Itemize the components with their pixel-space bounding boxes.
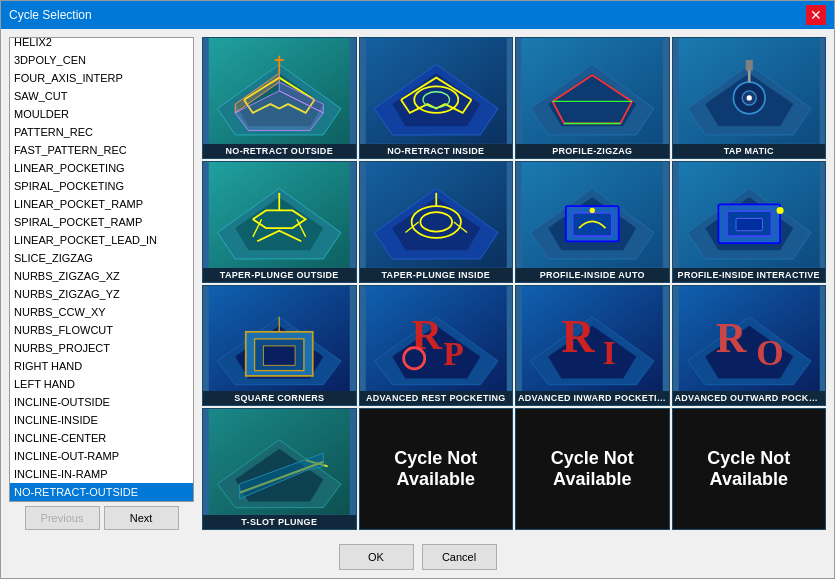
- cell-label: T-SLOT PLUNGE: [203, 515, 356, 529]
- grid-cell[interactable]: Cycle Not Available: [515, 408, 670, 530]
- grid-cell[interactable]: PROFILE-ZIGZAG: [515, 37, 670, 159]
- list-item[interactable]: HELIX2: [10, 37, 193, 51]
- cell-image: [516, 38, 669, 144]
- unavailable-text: Cycle Not Available: [360, 448, 513, 491]
- cell-label: PROFILE-INSIDE INTERACTIVE: [673, 268, 826, 282]
- cell-label: TAP MATIC: [673, 144, 826, 158]
- cell-image: [203, 286, 356, 392]
- close-button[interactable]: ✕: [806, 5, 826, 25]
- cell-label: ADVANCED OUTWARD POCKETING: [673, 391, 826, 405]
- cell-image: [360, 162, 513, 268]
- list-item[interactable]: NURBS_ZIGZAG_YZ: [10, 285, 193, 303]
- cycle-grid: NO-RETRACT OUTSIDE NO-RETRACT INSIDE PRO…: [202, 37, 826, 530]
- cell-label: PROFILE-INSIDE AUTO: [516, 268, 669, 282]
- previous-button[interactable]: Previous: [25, 506, 100, 530]
- cell-label: TAPER-PLUNGE OUTSIDE: [203, 268, 356, 282]
- grid-cell[interactable]: NO-RETRACT INSIDE: [359, 37, 514, 159]
- list-panel: HOLE_INT-2DRILL_MOTIONSFAST_DRILLDRILL_I…: [9, 37, 194, 530]
- list-item[interactable]: INCLINE-IN-RAMP: [10, 465, 193, 483]
- cell-image: [673, 162, 826, 268]
- grid-cell[interactable]: TAP MATIC: [672, 37, 827, 159]
- cancel-button[interactable]: Cancel: [422, 544, 497, 570]
- svg-point-53: [776, 207, 783, 214]
- cell-image: R P: [360, 286, 513, 392]
- dialog-title: Cycle Selection: [9, 8, 92, 22]
- list-item[interactable]: SPIRAL_POCKETING: [10, 177, 193, 195]
- list-item[interactable]: SLICE_ZIGZAG: [10, 249, 193, 267]
- list-item[interactable]: NO-RETRACT-OUTSIDE: [10, 483, 193, 501]
- list-item[interactable]: INCLINE-OUT-RAMP: [10, 447, 193, 465]
- grid-cell[interactable]: TAPER-PLUNGE OUTSIDE: [202, 161, 357, 283]
- svg-point-26: [746, 95, 751, 100]
- unavailable-text: Cycle Not Available: [673, 448, 826, 491]
- list-item[interactable]: MOULDER: [10, 105, 193, 123]
- list-item[interactable]: SPIRAL_POCKET_RAMP: [10, 213, 193, 231]
- main-content: HOLE_INT-2DRILL_MOTIONSFAST_DRILLDRILL_I…: [1, 29, 834, 538]
- list-item[interactable]: LINEAR_POCKET_RAMP: [10, 195, 193, 213]
- list-item[interactable]: LINEAR_POCKETING: [10, 159, 193, 177]
- svg-text:P: P: [443, 335, 463, 372]
- list-item[interactable]: RIGHT HAND: [10, 357, 193, 375]
- list-item[interactable]: NURBS_FLOWCUT: [10, 321, 193, 339]
- svg-text:R: R: [561, 311, 595, 362]
- grid-cell[interactable]: PROFILE-INSIDE AUTO: [515, 161, 670, 283]
- list-item[interactable]: 3DPOLY_CEN: [10, 51, 193, 69]
- list-navigation: Previous Next: [9, 506, 194, 530]
- next-button[interactable]: Next: [104, 506, 179, 530]
- cell-image: [203, 162, 356, 268]
- list-item[interactable]: LEFT HAND: [10, 375, 193, 393]
- dialog-footer: OK Cancel: [1, 538, 834, 578]
- grid-cell[interactable]: Cycle Not Available: [359, 408, 514, 530]
- cell-label: ADVANCED REST POCKETING: [360, 391, 513, 405]
- grid-cell[interactable]: T-SLOT PLUNGE: [202, 408, 357, 530]
- cell-label: NO-RETRACT OUTSIDE: [203, 144, 356, 158]
- grid-cell[interactable]: SQUARE CORNERS: [202, 285, 357, 407]
- list-item[interactable]: INCLINE-INSIDE: [10, 411, 193, 429]
- cell-image: [203, 38, 356, 144]
- cell-label: SQUARE CORNERS: [203, 391, 356, 405]
- cell-label: TAPER-PLUNGE INSIDE: [360, 268, 513, 282]
- grid-cell[interactable]: R I ADVANCED INWARD POCKETING: [515, 285, 670, 407]
- grid-cell[interactable]: R P ADVANCED REST POCKETING: [359, 285, 514, 407]
- title-bar: Cycle Selection ✕: [1, 1, 834, 29]
- grid-cell[interactable]: PROFILE-INSIDE INTERACTIVE: [672, 161, 827, 283]
- svg-text:R: R: [411, 311, 442, 358]
- cell-label: PROFILE-ZIGZAG: [516, 144, 669, 158]
- cell-image: [203, 409, 356, 515]
- grid-cell[interactable]: NO-RETRACT OUTSIDE: [202, 37, 357, 159]
- svg-rect-45: [573, 213, 612, 236]
- svg-rect-25: [745, 60, 752, 71]
- cell-image: [360, 38, 513, 144]
- list-item[interactable]: SAW_CUT: [10, 87, 193, 105]
- cycle-selection-dialog: Cycle Selection ✕ HOLE_INT-2DRILL_MOTION…: [0, 0, 835, 579]
- grid-cell[interactable]: R O ADVANCED OUTWARD POCKETING: [672, 285, 827, 407]
- svg-text:R: R: [715, 314, 746, 361]
- unavailable-text: Cycle Not Available: [516, 448, 669, 491]
- list-item[interactable]: LINEAR_POCKET_LEAD_IN: [10, 231, 193, 249]
- svg-rect-59: [263, 345, 295, 364]
- cell-image: R I: [516, 286, 669, 392]
- svg-text:I: I: [603, 333, 616, 370]
- list-item[interactable]: INCLINE-OUTSIDE: [10, 393, 193, 411]
- ok-button[interactable]: OK: [339, 544, 414, 570]
- cell-image: [516, 162, 669, 268]
- cell-image: [673, 38, 826, 144]
- cycle-list[interactable]: HOLE_INT-2DRILL_MOTIONSFAST_DRILLDRILL_I…: [9, 37, 194, 502]
- list-item[interactable]: FAST_PATTERN_REC: [10, 141, 193, 159]
- list-item[interactable]: NURBS_ZIGZAG_XZ: [10, 267, 193, 285]
- grid-cell[interactable]: Cycle Not Available: [672, 408, 827, 530]
- list-item[interactable]: NURBS_PROJECT: [10, 339, 193, 357]
- svg-text:O: O: [756, 334, 783, 373]
- cell-label: ADVANCED INWARD POCKETING: [516, 391, 669, 405]
- cell-image: R O: [673, 286, 826, 392]
- list-item[interactable]: FOUR_AXIS_INTERP: [10, 69, 193, 87]
- list-item[interactable]: PATTERN_REC: [10, 123, 193, 141]
- grid-cell[interactable]: TAPER-PLUNGE INSIDE: [359, 161, 514, 283]
- list-item[interactable]: INCLINE-CENTER: [10, 429, 193, 447]
- cell-label: NO-RETRACT INSIDE: [360, 144, 513, 158]
- svg-rect-52: [736, 218, 762, 230]
- svg-point-46: [590, 208, 595, 213]
- list-item[interactable]: NURBS_CCW_XY: [10, 303, 193, 321]
